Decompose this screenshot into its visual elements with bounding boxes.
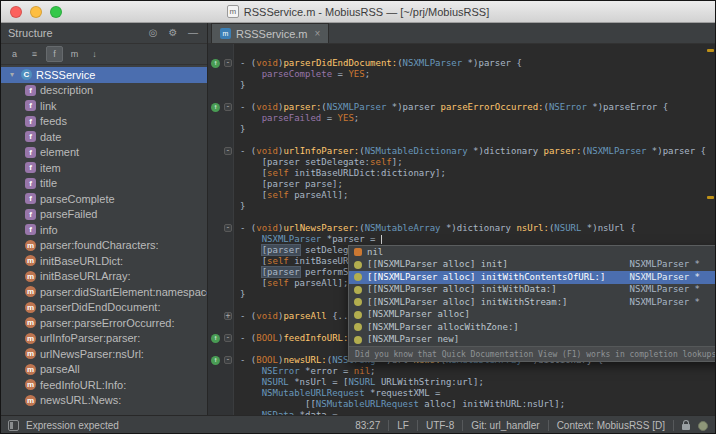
expand-arrow-icon[interactable]: ▾ bbox=[7, 70, 17, 79]
editor-tabbar: m RSSService.m × bbox=[208, 23, 715, 44]
implemented-method-marker-icon[interactable]: ↑ bbox=[211, 59, 220, 68]
structure-item-newsurl-news[interactable]: mnewsURL:News: bbox=[1, 393, 207, 409]
line-gutter bbox=[208, 245, 234, 256]
code-line-text bbox=[234, 322, 240, 333]
structure-item-label: RSSService bbox=[36, 69, 95, 81]
fold-collapse-icon[interactable]: - bbox=[224, 59, 232, 67]
line-gutter bbox=[208, 47, 234, 58]
structure-item-label: link bbox=[40, 100, 57, 112]
status-line-separator[interactable]: LF bbox=[397, 420, 409, 431]
line-gutter: ↑- bbox=[208, 333, 234, 344]
structure-item-label: description bbox=[40, 84, 93, 96]
implemented-method-marker-icon[interactable]: ↑ bbox=[211, 103, 220, 112]
completion-item[interactable]: [[NSXMLParser alloc] init]NSXMLParser * bbox=[349, 259, 715, 272]
structure-item-label: urlNewsParser:nsUrl: bbox=[40, 348, 144, 360]
tab-close-icon[interactable]: × bbox=[315, 28, 321, 39]
line-gutter bbox=[208, 135, 234, 146]
code-editor[interactable]: ↑-- (void)parserDidEndDocument:(NSXMLPar… bbox=[208, 44, 715, 415]
fold-collapse-icon[interactable]: - bbox=[224, 103, 232, 111]
fold-collapse-icon[interactable]: - bbox=[224, 147, 232, 155]
code-line-text: - (void)urlInfoParser:(NSMutableDictiona… bbox=[234, 146, 706, 157]
sort-alpha-icon[interactable]: a bbox=[6, 46, 23, 62]
code-line-text: [[NSMutableURLRequest alloc] initWithURL… bbox=[234, 399, 565, 410]
completion-item[interactable]: [NSXMLParser allocWithZone:] bbox=[349, 321, 715, 334]
structure-item-feedinfourl-info[interactable]: mfeedInfoURL:Info: bbox=[1, 377, 207, 393]
structure-item-parser-didstartelement-namespaceuri[interactable]: mparser:didStartElement:namespaceURI:... bbox=[1, 284, 207, 300]
code-line: NSXMLParser *parser = bbox=[208, 234, 715, 245]
structure-item-rssservice[interactable]: ▾CRSSService bbox=[1, 67, 207, 83]
code-line: [parser parse]; bbox=[208, 179, 715, 190]
structure-item-item[interactable]: fitem bbox=[1, 160, 207, 176]
error-stripe-mark[interactable] bbox=[707, 49, 714, 52]
gear-icon[interactable]: ⚙ bbox=[166, 26, 180, 40]
structure-item-parserdidenddocument[interactable]: mparserDidEndDocument: bbox=[1, 300, 207, 316]
show-methods-icon[interactable]: m bbox=[66, 46, 83, 62]
code-line-text: NSMutableURLRequest *requestXML = bbox=[234, 388, 441, 399]
show-fields-icon[interactable]: f bbox=[46, 46, 63, 62]
code-line: NSError *error = nil; bbox=[208, 366, 715, 377]
code-line-text: [self initBaseURLDict:dictionary]; bbox=[234, 168, 446, 179]
minimize-window-button[interactable] bbox=[30, 6, 42, 18]
implemented-method-marker-icon[interactable]: ↑ bbox=[211, 356, 220, 365]
structure-item-urlinfoparser-parser[interactable]: murlInfoParser:parser: bbox=[1, 331, 207, 347]
field-icon: f bbox=[25, 193, 36, 204]
completion-popup: nil[[NSXMLParser alloc] init]NSXMLParser… bbox=[348, 245, 715, 362]
toolwindow-toggle-icon[interactable] bbox=[8, 420, 19, 431]
autoscroll-source-icon[interactable]: ◎ bbox=[146, 26, 160, 40]
implemented-method-marker-icon[interactable]: ↑ bbox=[211, 334, 220, 343]
structure-item-label: feeds bbox=[40, 115, 67, 127]
code-line-text: [parser performSele bbox=[234, 267, 365, 278]
code-line-text: } bbox=[234, 80, 245, 91]
hide-panel-icon[interactable]: — bbox=[186, 26, 200, 40]
structure-item-date[interactable]: fdate bbox=[1, 129, 207, 145]
structure-item-parsefailed[interactable]: fparseFailed bbox=[1, 207, 207, 223]
completion-item[interactable]: [NSXMLParser new] bbox=[349, 334, 715, 347]
code-line bbox=[208, 135, 715, 146]
close-window-button[interactable] bbox=[10, 6, 22, 18]
code-line: } bbox=[208, 201, 715, 212]
fold-collapse-icon[interactable]: - bbox=[224, 334, 232, 342]
code-line-text bbox=[234, 300, 240, 311]
fold-collapse-icon[interactable]: - bbox=[224, 356, 232, 364]
structure-item-label: info bbox=[40, 224, 58, 236]
structure-item-parsecomplete[interactable]: fparseComplete bbox=[1, 191, 207, 207]
structure-item-link[interactable]: flink bbox=[1, 98, 207, 114]
structure-item-parser-foundcharacters[interactable]: mparser:foundCharacters: bbox=[1, 238, 207, 254]
line-gutter bbox=[208, 201, 234, 212]
structure-item-info[interactable]: finfo bbox=[1, 222, 207, 238]
zoom-window-button[interactable] bbox=[50, 6, 62, 18]
lock-icon[interactable] bbox=[682, 424, 690, 430]
completion-item[interactable]: nil bbox=[349, 246, 715, 259]
status-caret-position[interactable]: 83:27 bbox=[355, 420, 380, 431]
line-gutter bbox=[208, 124, 234, 135]
completion-item[interactable]: [[NSXMLParser alloc] initWithStream:]NSX… bbox=[349, 296, 715, 309]
code-line: NSData *data = bbox=[208, 410, 715, 415]
field-icon: f bbox=[25, 131, 36, 142]
status-encoding[interactable]: UTF-8 bbox=[426, 420, 454, 431]
structure-item-parser-parseerroroccurred[interactable]: mparser:parseErrorOccurred: bbox=[1, 315, 207, 331]
sort-by-type-icon[interactable]: ≡ bbox=[26, 46, 43, 62]
tab-rssservice[interactable]: m RSSService.m × bbox=[211, 23, 329, 43]
structure-item-label: element bbox=[40, 146, 79, 158]
status-separator bbox=[673, 420, 674, 431]
completion-item[interactable]: [NSXMLParser alloc] bbox=[349, 309, 715, 322]
inspections-hector-icon[interactable] bbox=[698, 421, 708, 431]
completion-item[interactable]: [[NSXMLParser alloc] initWithContentsOfU… bbox=[349, 271, 715, 284]
structure-item-initbaseurlarray[interactable]: minitBaseURLArray: bbox=[1, 269, 207, 285]
keyword-icon bbox=[354, 248, 362, 256]
error-stripe-mark[interactable] bbox=[707, 196, 714, 199]
fold-expand-icon[interactable]: + bbox=[224, 312, 232, 320]
status-run-context[interactable]: Context: MobiusRSS [D] bbox=[557, 420, 665, 431]
structure-item-initbaseurldict[interactable]: minitBaseURLDict: bbox=[1, 253, 207, 269]
structure-item-urlnewsparser-nsurl[interactable]: murlNewsParser:nsUrl: bbox=[1, 346, 207, 362]
completion-item[interactable]: [[NSXMLParser alloc] initWithData:]NSXML… bbox=[349, 284, 715, 297]
completion-item-type: NSXMLParser * bbox=[630, 259, 715, 270]
structure-item-title[interactable]: ftitle bbox=[1, 176, 207, 192]
structure-item-description[interactable]: fdescription bbox=[1, 83, 207, 99]
fold-collapse-icon[interactable]: - bbox=[224, 224, 232, 232]
status-git-branch[interactable]: Git: url_handler bbox=[471, 420, 539, 431]
structure-item-element[interactable]: felement bbox=[1, 145, 207, 161]
structure-item-feeds[interactable]: ffeeds bbox=[1, 114, 207, 130]
autoscroll-to-source-icon[interactable]: ↓ bbox=[86, 46, 103, 62]
structure-item-parseall[interactable]: mparseAll bbox=[1, 362, 207, 378]
